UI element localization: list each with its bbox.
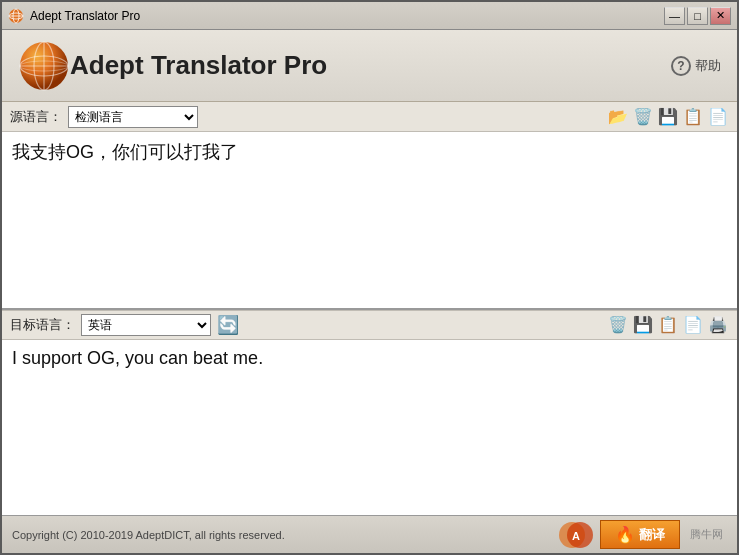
target-clear-icon[interactable]: 🗑️: [607, 314, 629, 336]
translate-label: 翻译: [639, 526, 665, 544]
minimize-button[interactable]: —: [664, 7, 685, 25]
copy-icon[interactable]: 📋: [682, 106, 704, 128]
target-toolbar: 目标语言： 英语 中文 日语 法语 🔄 🗑️ 💾 📋 📄 🖨️: [2, 310, 737, 340]
title-bar: Adept Translator Pro — □ ✕: [2, 2, 737, 30]
translate-btn-wrapper: A 🔥 翻译: [558, 519, 680, 551]
footer: Copyright (C) 2010-2019 AdeptDICT, all r…: [2, 515, 737, 553]
adeptdict-logo: A: [558, 519, 594, 551]
title-bar-icon: [8, 8, 24, 24]
target-paste-icon[interactable]: 📄: [682, 314, 704, 336]
target-save-icon[interactable]: 💾: [632, 314, 654, 336]
title-bar-text: Adept Translator Pro: [30, 9, 664, 23]
help-icon: ?: [671, 56, 691, 76]
swap-lang-icon[interactable]: 🔄: [217, 314, 239, 336]
target-panel: 目标语言： 英语 中文 日语 法语 🔄 🗑️ 💾 📋 📄 🖨️: [2, 310, 737, 516]
app-title: Adept Translator Pro: [70, 50, 671, 81]
source-panel: 源语言： 检测语言 中文 英语 日语 📂 🗑️ 💾 📋 📄: [2, 102, 737, 310]
main-window: Adept Translator Pro — □ ✕ Adept Transla…: [0, 0, 739, 555]
maximize-button[interactable]: □: [687, 7, 708, 25]
watermark-text: 腾牛网: [690, 527, 723, 542]
target-lang-label: 目标语言：: [10, 316, 75, 334]
copyright-text: Copyright (C) 2010-2019 AdeptDICT, all r…: [12, 529, 558, 541]
target-copy-icon[interactable]: 📋: [657, 314, 679, 336]
clear-icon[interactable]: 🗑️: [632, 106, 654, 128]
translate-button[interactable]: 🔥 翻译: [600, 520, 680, 549]
source-text-wrapper: [2, 132, 737, 308]
help-label: 帮助: [695, 57, 721, 75]
target-toolbar-icons: 🗑️ 💾 📋 📄 🖨️: [607, 314, 729, 336]
target-print-icon[interactable]: 🖨️: [707, 314, 729, 336]
close-button[interactable]: ✕: [710, 7, 731, 25]
target-text-wrapper: [2, 340, 737, 516]
target-text-area[interactable]: [2, 340, 737, 516]
flame-icon: 🔥: [615, 525, 635, 544]
main-content: 源语言： 检测语言 中文 英语 日语 📂 🗑️ 💾 📋 📄: [2, 102, 737, 515]
header: Adept Translator Pro ? 帮助: [2, 30, 737, 102]
source-toolbar-icons: 📂 🗑️ 💾 📋 📄: [607, 106, 729, 128]
source-text-area[interactable]: [2, 132, 737, 308]
paste-icon[interactable]: 📄: [707, 106, 729, 128]
title-bar-buttons: — □ ✕: [664, 7, 731, 25]
open-file-icon[interactable]: 📂: [607, 106, 629, 128]
svg-text:A: A: [572, 530, 580, 542]
svg-point-11: [567, 522, 593, 548]
save-icon[interactable]: 💾: [657, 106, 679, 128]
logo-globe: [18, 40, 70, 92]
help-button[interactable]: ? 帮助: [671, 56, 721, 76]
source-lang-select[interactable]: 检测语言 中文 英语 日语: [68, 106, 198, 128]
source-toolbar: 源语言： 检测语言 中文 英语 日语 📂 🗑️ 💾 📋 📄: [2, 102, 737, 132]
target-lang-select[interactable]: 英语 中文 日语 法语: [81, 314, 211, 336]
source-lang-label: 源语言：: [10, 108, 62, 126]
